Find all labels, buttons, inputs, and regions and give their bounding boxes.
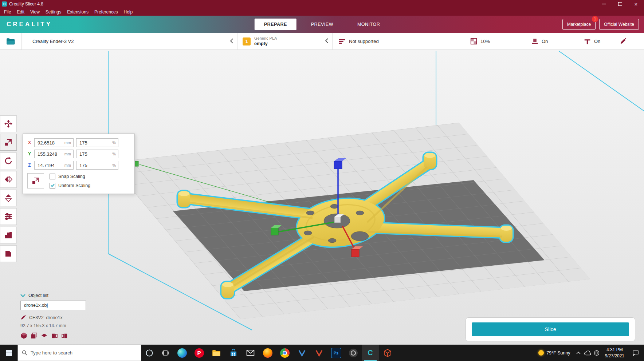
taskbar-app-pinterest[interactable]: P [191, 345, 208, 361]
onedrive-tray-button[interactable] [583, 345, 592, 361]
view-top-button[interactable] [41, 332, 48, 339]
tray-overflow-button[interactable] [574, 345, 583, 361]
scale-tool-icon [4, 138, 13, 147]
snap-scaling-checkbox[interactable] [50, 174, 55, 179]
action-center-button[interactable] [628, 345, 643, 361]
taskbar-app-store[interactable] [225, 345, 242, 361]
menu-preferences[interactable]: Preferences [91, 9, 121, 15]
model-dimensions: 92.7 x 155.3 x 14.7 mm [20, 323, 108, 328]
clock-widget[interactable]: 4:31 PM 9/27/2021 [601, 347, 628, 358]
edit-settings-button[interactable] [620, 33, 627, 49]
taskbar-app-chrome[interactable] [276, 345, 293, 361]
view-left-button[interactable] [51, 332, 58, 339]
open-file-button[interactable] [0, 33, 21, 49]
per-model-settings-icon [4, 212, 13, 221]
view-front-button[interactable] [31, 332, 38, 339]
tab-prepare[interactable]: PREPARE [255, 19, 297, 30]
move-tool-button[interactable] [0, 115, 17, 132]
taskbar-app-mail[interactable] [242, 345, 259, 361]
cloud-icon [584, 350, 591, 356]
adhesion-status: On [531, 33, 548, 49]
viewport-3d[interactable]: X mm % Y mm % [0, 50, 644, 345]
menu-edit[interactable]: Edit [14, 9, 27, 15]
start-button[interactable] [0, 345, 17, 361]
object-list-panel: Object list drone1x.obj CE3V2_drone1x 92… [20, 293, 108, 339]
stage-tabs: PREPARE PREVIEW MONITOR [255, 19, 389, 30]
clock-date: 9/27/2021 [605, 353, 624, 359]
taskbar-app-v-red[interactable] [310, 345, 327, 361]
scale-tool-button[interactable] [0, 134, 17, 151]
close-button[interactable]: × [628, 0, 644, 8]
uniform-scaling-label: Uniform Scaling [58, 183, 90, 188]
task-view-button[interactable] [157, 345, 173, 361]
menu-settings[interactable]: Settings [43, 9, 64, 15]
support-blocker-button[interactable] [0, 245, 17, 262]
support-blocker-icon [4, 249, 13, 258]
taskbar-app-photoshop[interactable]: Ps [327, 345, 345, 361]
search-icon [22, 350, 27, 356]
taskbar-app-generic[interactable] [345, 345, 362, 361]
taskbar-app-v-blue[interactable] [293, 345, 310, 361]
view-3d-button[interactable] [20, 332, 27, 339]
marketplace-button[interactable]: Marketplace 1 [562, 19, 596, 30]
mirror-tool-button[interactable] [0, 171, 17, 188]
minimize-icon [602, 4, 606, 4]
view-left-icon [51, 332, 58, 339]
minimize-button[interactable] [596, 0, 612, 8]
network-tray-button[interactable] [592, 345, 601, 361]
move-tool-icon [4, 119, 13, 128]
maximize-button[interactable] [612, 0, 628, 8]
view-preset-buttons [20, 332, 108, 339]
axis-z-label: Z [27, 163, 32, 168]
object-list-header[interactable]: Object list [20, 293, 108, 298]
scale-x-mm-field: mm [34, 138, 74, 147]
chevron-left-icon [325, 38, 329, 45]
uniform-scaling-option[interactable]: Uniform Scaling [50, 183, 90, 189]
taskbar-app-firefox[interactable] [259, 345, 276, 361]
scale-y-pct-field: % [76, 150, 118, 158]
printer-selector[interactable]: Creality Ender-3 V2 [21, 33, 237, 49]
menu-file[interactable]: File [1, 9, 14, 15]
red-cube-app-icon [383, 349, 392, 357]
taskbar-app-file-explorer[interactable] [208, 345, 225, 361]
chevron-down-icon [20, 294, 25, 297]
snap-scaling-option[interactable]: Snap Scaling [50, 174, 90, 179]
tab-monitor[interactable]: MONITOR [348, 19, 389, 30]
menu-view[interactable]: View [27, 9, 43, 15]
view-3d-icon [20, 332, 27, 339]
rotate-tool-button[interactable] [0, 152, 17, 169]
title-bar[interactable]: C Creality Slicer 4.8 × [0, 0, 644, 8]
print-settings-bar[interactable]: Not supported 10% On On [333, 33, 644, 49]
creality-slicer-icon: C [368, 349, 373, 357]
app-logo-icon: C [2, 1, 7, 7]
taskbar-app-edge[interactable] [173, 345, 191, 361]
job-name-row[interactable]: CE3V2_drone1x [20, 315, 108, 320]
support-structure-button[interactable] [0, 227, 17, 243]
object-list-item[interactable]: drone1x.obj [20, 301, 86, 310]
view-front-icon [31, 332, 38, 339]
slice-button[interactable]: Slice [472, 322, 629, 336]
taskbar-app-creality-slicer[interactable]: C [362, 345, 379, 361]
weather-widget[interactable]: 79°F Sunny [535, 350, 574, 356]
windows-taskbar: Type here to search P Ps C [0, 345, 644, 361]
per-model-settings-button[interactable] [0, 208, 17, 225]
cortana-button[interactable] [141, 345, 157, 361]
v-red-app-icon [315, 349, 323, 357]
material-selector[interactable]: 1 Generic PLA empty [237, 33, 333, 49]
reset-scale-button[interactable] [27, 173, 44, 189]
chevron-left-icon [230, 38, 233, 45]
menu-extensions[interactable]: Extensions [64, 9, 91, 15]
taskbar-search[interactable]: Type here to search [17, 345, 141, 361]
scale-z-mm-field: mm [34, 161, 74, 170]
taskbar-app-red-cube[interactable] [379, 345, 396, 361]
firefox-icon [263, 348, 272, 358]
cortana-icon [145, 349, 153, 357]
pencil-icon [620, 38, 627, 45]
flip-tool-button[interactable] [0, 190, 17, 206]
menu-help[interactable]: Help [121, 9, 136, 15]
official-website-button[interactable]: Official Website [599, 19, 639, 30]
view-right-button[interactable] [61, 332, 68, 339]
uniform-scaling-checkbox[interactable] [50, 183, 55, 189]
close-icon: × [635, 1, 638, 7]
tab-preview[interactable]: PREVIEW [302, 19, 343, 30]
